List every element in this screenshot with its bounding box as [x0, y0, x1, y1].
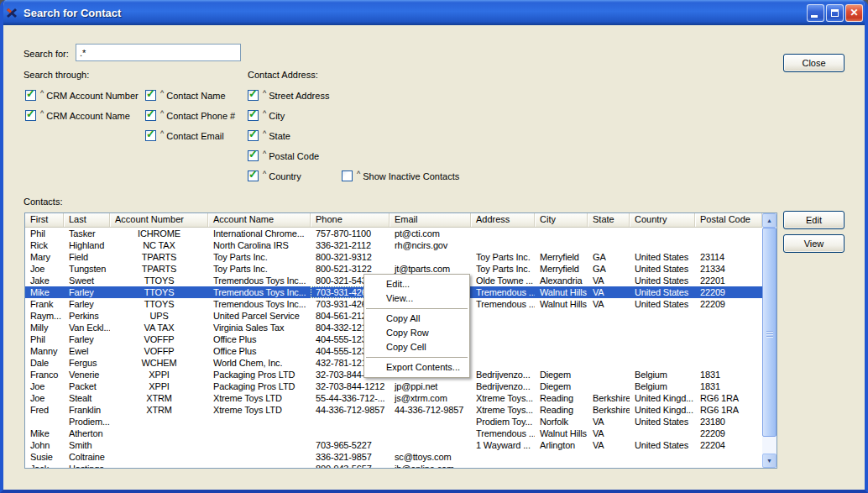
cell-postal-code[interactable]	[695, 333, 762, 345]
cell-city[interactable]: Diegem	[535, 380, 588, 392]
cell-first[interactable]: Dale	[25, 357, 64, 369]
cell-phone[interactable]: 703-965-5227	[311, 439, 390, 451]
checked-checkbox-icon[interactable]: ✓	[145, 130, 156, 141]
cell-city[interactable]: Arlington	[535, 439, 588, 451]
cell-phone[interactable]: 800-943-5657	[311, 463, 390, 469]
checkbox-postal-code[interactable]: ✓^Postal Code	[248, 150, 319, 161]
cell-address[interactable]	[471, 451, 535, 463]
cell-account-number[interactable]: ICHROME	[110, 228, 208, 239]
cell-account-number[interactable]: XTRM	[110, 392, 208, 404]
column-header-account-name[interactable]: Account Name	[208, 213, 311, 227]
cell-account-name[interactable]: Packaging Pros LTD	[208, 369, 311, 380]
cell-account-number[interactable]: TTOYS	[110, 286, 208, 298]
cell-address[interactable]: Tremendous ...	[471, 286, 535, 298]
cell-account-name[interactable]: Virginia Sales Tax	[208, 322, 311, 333]
cell-country[interactable]	[630, 333, 695, 345]
cell-account-name[interactable]: Office Plus	[208, 333, 311, 345]
cell-first[interactable]: Joe	[25, 380, 64, 392]
table-row[interactable]: SusieColtraine336-321-9857sc@ttoys.com	[25, 451, 762, 463]
cell-first[interactable]: Phil	[25, 333, 64, 345]
cell-address[interactable]	[471, 239, 535, 251]
checked-checkbox-icon[interactable]: ✓	[248, 110, 259, 121]
cell-country[interactable]: United States	[630, 439, 695, 451]
cell-account-number[interactable]: NC TAX	[110, 239, 208, 251]
checkbox-state[interactable]: ✓^State	[248, 130, 290, 141]
cell-account-number[interactable]: TPARTS	[110, 251, 208, 263]
cell-postal-code[interactable]: 22204	[695, 439, 762, 451]
cell-address[interactable]: Xtreme Toys...	[471, 392, 535, 404]
cell-account-name[interactable]: Office Plus	[208, 345, 311, 357]
cell-last[interactable]: Ewel	[64, 345, 110, 357]
cell-account-name[interactable]: Xtreme Toys LTD	[208, 404, 311, 416]
cell-email[interactable]: 44-336-712-9857	[390, 404, 471, 416]
cell-country[interactable]: United Kingd...	[630, 404, 695, 416]
cell-phone[interactable]	[311, 416, 390, 427]
cell-postal-code[interactable]: 22209	[695, 286, 762, 298]
cell-last[interactable]: Fergus	[64, 357, 110, 369]
close-button[interactable]: Close	[783, 54, 844, 72]
cell-email[interactable]: jp@ppi.net	[390, 380, 471, 392]
cell-last[interactable]: Farley	[64, 286, 110, 298]
table-row[interactable]: PhilTaskerICHROMEInternational Chrome...…	[25, 228, 762, 239]
cell-first[interactable]: Fred	[25, 404, 64, 416]
cell-account-number[interactable]: TPARTS	[110, 263, 208, 275]
cell-account-name[interactable]: International Chrome...	[208, 228, 311, 239]
cell-address[interactable]: Bedrijvenzo...	[471, 369, 535, 380]
cell-country[interactable]: United States	[630, 263, 695, 275]
cell-city[interactable]	[535, 333, 588, 345]
cell-city[interactable]: Walnut Hills	[535, 427, 588, 439]
cell-last[interactable]: Field	[64, 251, 110, 263]
checkbox-crm-account-name[interactable]: ✓^CRM Account Name	[25, 110, 130, 121]
cell-city[interactable]	[535, 357, 588, 369]
cell-country[interactable]: United States	[630, 286, 695, 298]
table-row[interactable]: MikeAthertonTremendous ...Walnut HillsVA…	[25, 427, 762, 439]
cell-city[interactable]: Merryfield	[535, 263, 588, 275]
cell-last[interactable]: Coltraine	[64, 451, 110, 463]
cell-state[interactable]	[588, 322, 630, 333]
cell-account-number[interactable]: VA TAX	[110, 322, 208, 333]
checkbox-crm-account-number[interactable]: ✓^CRM Account Number	[25, 90, 139, 101]
column-header-postal-code[interactable]: Postal Code	[695, 213, 762, 227]
cell-email[interactable]: pt@cti.com	[390, 228, 471, 239]
cell-account-number[interactable]: XTRM	[110, 404, 208, 416]
column-header-city[interactable]: City	[535, 213, 588, 227]
cell-city[interactable]: Alexandria	[535, 275, 588, 286]
cell-phone[interactable]: 800-521-3122	[311, 263, 390, 275]
cell-account-number[interactable]: WCHEM	[110, 357, 208, 369]
cell-address[interactable]	[471, 322, 535, 333]
cell-account-name[interactable]: Tremendous Toys Inc...	[208, 275, 311, 286]
cell-country[interactable]	[630, 357, 695, 369]
cell-postal-code[interactable]	[695, 310, 762, 322]
cell-last[interactable]: Farley	[64, 298, 110, 310]
cell-country[interactable]	[630, 427, 695, 439]
cell-last[interactable]: Packet	[64, 380, 110, 392]
cell-email[interactable]	[390, 439, 471, 451]
cell-country[interactable]: United States	[630, 251, 695, 263]
menu-item-copy-cell[interactable]: Copy Cell	[364, 340, 469, 354]
edit-button[interactable]: Edit	[783, 211, 844, 229]
menu-item-edit[interactable]: Edit...	[364, 277, 469, 291]
cell-state[interactable]: VA	[588, 298, 630, 310]
cell-phone[interactable]: 800-321-9312	[311, 251, 390, 263]
cell-city[interactable]	[535, 310, 588, 322]
table-row[interactable]: JackHastings800-943-5657jh@online.com	[25, 463, 762, 469]
cell-account-name[interactable]	[208, 416, 311, 427]
cell-address[interactable]	[471, 463, 535, 469]
cell-first[interactable]: Joe	[25, 392, 64, 404]
cell-account-number[interactable]	[110, 439, 208, 451]
checked-checkbox-icon[interactable]: ✓	[248, 130, 259, 141]
menu-item-copy-row[interactable]: Copy Row	[364, 326, 469, 340]
cell-account-number[interactable]: TTOYS	[110, 275, 208, 286]
table-row[interactable]: JohnSmith703-965-52271 Wayward ...Arling…	[25, 439, 762, 451]
cell-email[interactable]: sc@ttoys.com	[390, 451, 471, 463]
cell-account-name[interactable]	[208, 427, 311, 439]
cell-postal-code[interactable]	[695, 322, 762, 333]
cell-city[interactable]: Walnut Hills	[535, 298, 588, 310]
checkbox-contact-name[interactable]: ✓^Contact Name	[145, 90, 226, 101]
cell-country[interactable]: United States	[630, 416, 695, 427]
table-row[interactable]: Prodiem...Prodiem Toy...NorfolkVAUnited …	[25, 416, 762, 427]
cell-state[interactable]: GA	[588, 251, 630, 263]
checked-checkbox-icon[interactable]: ✓	[145, 90, 156, 101]
cell-email[interactable]: jt@tparts.com	[390, 263, 471, 275]
cell-first[interactable]: Jake	[25, 275, 64, 286]
